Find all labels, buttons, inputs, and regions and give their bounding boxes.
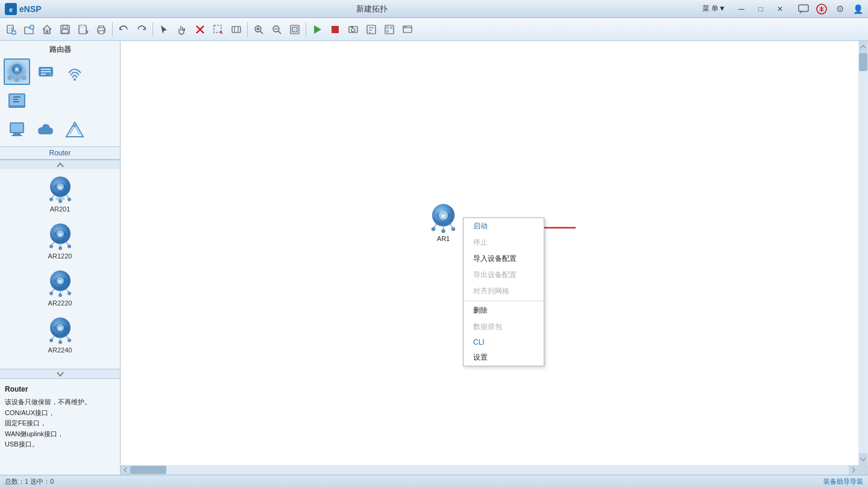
- fit-button[interactable]: [286, 21, 303, 38]
- ar201-label: AR201: [50, 205, 71, 213]
- partial-icon-wrap: R: [45, 361, 76, 369]
- device-ar1220[interactable]: R AR1220: [39, 219, 81, 261]
- toolbar-separator-1: [112, 22, 113, 37]
- device-ar201[interactable]: R AR201: [39, 172, 81, 214]
- scrollbar-corner: [858, 465, 868, 475]
- category-icons-row2: [2, 115, 118, 144]
- ctx-import-config[interactable]: 导入设备配置: [464, 251, 544, 267]
- svg-rect-22: [332, 26, 339, 33]
- ctx-cli[interactable]: CLI: [464, 335, 544, 349]
- custom1-button[interactable]: [228, 21, 245, 38]
- play-all-button[interactable]: [309, 21, 326, 38]
- horizontal-scrollbar[interactable]: [121, 465, 858, 475]
- svg-point-58: [49, 198, 53, 201]
- router-section-label: Router: [0, 147, 120, 160]
- context-menu: 启动 停止 导入设备配置 导出设备配置 对齐到网格 删除 数据抓包 CLI 设置: [463, 217, 544, 366]
- new-file-button[interactable]: [2, 21, 19, 38]
- minimize-button[interactable]: ─: [733, 2, 750, 16]
- save-button[interactable]: [57, 21, 74, 38]
- custom3-button[interactable]: [381, 21, 398, 38]
- zoom-in-button[interactable]: [250, 21, 267, 38]
- device-ar2220[interactable]: R AR2220: [39, 266, 81, 308]
- ar201-icon-wrap: R: [45, 173, 76, 204]
- ar2220-device-icon: R: [45, 267, 75, 298]
- svg-point-69: [58, 246, 62, 250]
- vscroll-thumb[interactable]: [859, 53, 867, 71]
- hscroll-right-icon: [852, 468, 855, 472]
- canvas-area[interactable]: R AR1 启动 停止 导入设备配置 导出设备配置 对齐到网格 删除 数据抓包 …: [121, 41, 868, 475]
- redo-button[interactable]: [133, 21, 150, 38]
- ar2240-device-icon: R: [45, 314, 75, 345]
- topo-button[interactable]: [363, 21, 380, 38]
- svg-text:R: R: [441, 213, 445, 219]
- svg-text:e: e: [9, 7, 13, 13]
- status-total: 总数：1 选中：0: [5, 477, 54, 486]
- capture-button[interactable]: [345, 21, 362, 38]
- category-other[interactable]: [4, 87, 30, 114]
- toolbar-separator-3: [247, 22, 248, 37]
- ctx-delete[interactable]: 删除: [464, 302, 544, 319]
- svg-point-14: [104, 29, 105, 30]
- device-ar2240[interactable]: R AR2240: [39, 313, 81, 355]
- undo-button[interactable]: [115, 21, 132, 38]
- huawei-button[interactable]: [814, 2, 829, 16]
- canvas-device-name: AR1: [437, 235, 450, 242]
- scroll-down-button[interactable]: [0, 369, 120, 378]
- scroll-down-arrow[interactable]: [859, 453, 867, 465]
- maximize-button[interactable]: □: [752, 2, 769, 16]
- svg-point-67: [49, 245, 53, 248]
- ctx-start[interactable]: 启动: [464, 218, 544, 234]
- menu-button[interactable]: 菜 单▼: [697, 4, 731, 14]
- svg-rect-11: [80, 25, 84, 28]
- ctx-separator-1: [464, 301, 544, 301]
- svg-rect-29: [390, 27, 392, 29]
- screenshot-button2[interactable]: [399, 21, 416, 38]
- print-button[interactable]: [93, 21, 110, 38]
- category-connector[interactable]: [61, 116, 88, 143]
- home-button[interactable]: [39, 21, 55, 38]
- category-router[interactable]: R: [4, 58, 30, 85]
- hscroll-right-arrow[interactable]: [849, 465, 858, 475]
- close-button[interactable]: ✕: [772, 2, 788, 16]
- svg-rect-49: [13, 133, 20, 135]
- left-panel: 路由器 R: [0, 41, 121, 475]
- category-wireless[interactable]: [61, 58, 88, 85]
- settings-button[interactable]: ⚙: [832, 2, 848, 16]
- zoom-out-button[interactable]: [268, 21, 285, 38]
- scroll-up-arrow[interactable]: [859, 41, 867, 53]
- area-select-button[interactable]: [210, 21, 227, 38]
- hscroll-left-arrow[interactable]: [121, 465, 130, 475]
- delete-button[interactable]: [192, 21, 209, 38]
- stop-all-button[interactable]: [327, 21, 344, 38]
- ctx-capture: 数据抓包: [464, 319, 544, 335]
- canvas-device-ar1[interactable]: R AR1: [427, 201, 460, 242]
- svg-rect-20: [292, 27, 297, 32]
- user-button[interactable]: 👤: [850, 2, 866, 16]
- status-bar: 总数：1 选中：0 装备助导导装: [0, 475, 868, 488]
- scroll-up-button[interactable]: [0, 160, 120, 169]
- svg-point-62: [68, 198, 71, 201]
- device-partial[interactable]: R: [39, 360, 81, 369]
- hand-button[interactable]: [174, 21, 190, 38]
- category-switch[interactable]: [33, 58, 59, 85]
- category-cloud[interactable]: [33, 116, 59, 143]
- category-pc[interactable]: [4, 116, 30, 143]
- select-button[interactable]: [156, 21, 172, 38]
- ctx-settings[interactable]: 设置: [464, 349, 544, 366]
- save-as-button[interactable]: [75, 21, 92, 38]
- svg-rect-50: [11, 135, 22, 136]
- ar2220-icon-wrap: R: [45, 267, 76, 298]
- chat-button[interactable]: [796, 2, 811, 16]
- svg-text:R: R: [15, 67, 18, 72]
- vertical-scrollbar[interactable]: [858, 41, 868, 465]
- categories-title: 路由器: [2, 43, 118, 57]
- svg-point-32: [404, 26, 406, 27]
- svg-rect-30: [386, 30, 389, 33]
- other-category-icon: [5, 89, 29, 113]
- svg-rect-8: [63, 25, 68, 28]
- hscroll-thumb[interactable]: [130, 466, 166, 474]
- ar2240-icon-wrap: R: [45, 314, 76, 345]
- desc-content: 该设备只做保留，不再维护。 CON/AUX接口， 固定FE接口， WAN侧upl…: [5, 397, 115, 450]
- open-file-button[interactable]: [20, 21, 37, 38]
- vscroll-up-icon: [861, 45, 866, 49]
